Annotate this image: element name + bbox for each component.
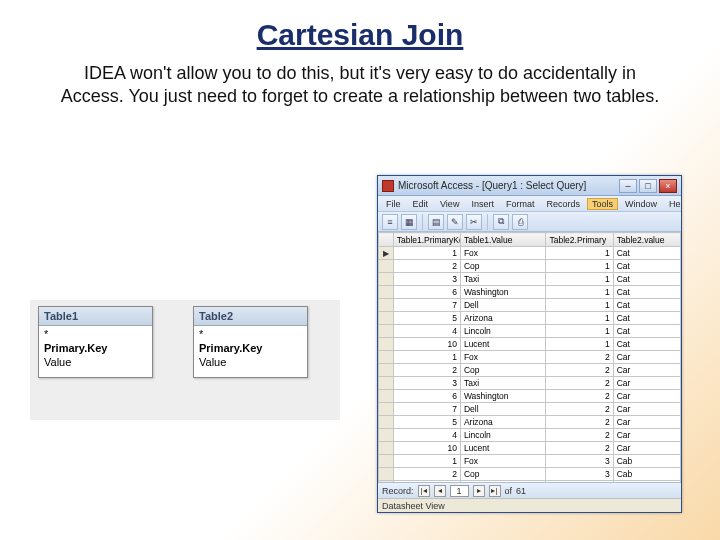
record-navigator[interactable]: Record: |◂ ◂ 1 ▸ ▸| of 61 (378, 482, 681, 498)
toolbar-button[interactable]: ✂ (466, 214, 482, 230)
cell[interactable]: 5 (393, 312, 460, 325)
cell[interactable]: Cat (613, 338, 680, 351)
table-field[interactable]: * (44, 328, 147, 342)
cell[interactable]: Car (613, 377, 680, 390)
cell[interactable]: 2 (546, 442, 613, 455)
table-row[interactable]: 2Cop2Car (379, 364, 681, 377)
row-selector[interactable] (379, 338, 394, 351)
toolbar-button[interactable]: ✎ (447, 214, 463, 230)
table-box[interactable]: Table2*Primary.KeyValue (193, 306, 308, 378)
cell[interactable]: 2 (546, 364, 613, 377)
cell[interactable]: Lucent (460, 338, 546, 351)
toolbar-button[interactable]: ≡ (382, 214, 398, 230)
row-selector[interactable] (379, 299, 394, 312)
row-selector[interactable] (379, 442, 394, 455)
row-selector[interactable] (379, 286, 394, 299)
row-selector[interactable] (379, 455, 394, 468)
cell[interactable]: 10 (393, 442, 460, 455)
menu-bar[interactable]: FileEditViewInsertFormatRecordsToolsWind… (378, 196, 681, 212)
table-field[interactable]: Value (44, 356, 147, 370)
cell[interactable]: Arizona (460, 416, 546, 429)
cell[interactable]: Car (613, 364, 680, 377)
cell[interactable]: Dell (460, 403, 546, 416)
menu-item[interactable]: Help (664, 198, 682, 210)
cell[interactable]: 1 (393, 455, 460, 468)
cell[interactable]: Cop (460, 468, 546, 481)
cell[interactable]: 4 (393, 429, 460, 442)
toolbar[interactable]: ≡▦▤✎✂⧉⎙ (378, 212, 681, 232)
table-row[interactable]: 2Cop3Cab (379, 468, 681, 481)
table-row[interactable]: 3Taxi1Cat (379, 273, 681, 286)
table-row[interactable]: 1Fox2Car (379, 351, 681, 364)
table-row[interactable]: 3Taxi3Cab (379, 481, 681, 483)
cell[interactable]: Cat (613, 273, 680, 286)
cell[interactable]: 3 (546, 455, 613, 468)
cell[interactable]: 2 (393, 260, 460, 273)
column-header[interactable]: Table2.Primary (546, 233, 613, 247)
cell[interactable]: 10 (393, 338, 460, 351)
row-selector[interactable] (379, 273, 394, 286)
cell[interactable]: Cab (613, 468, 680, 481)
row-selector[interactable]: ▶ (379, 247, 394, 260)
nav-last-icon[interactable]: ▸| (489, 485, 501, 497)
cell[interactable]: 2 (546, 351, 613, 364)
cell[interactable]: Taxi (460, 377, 546, 390)
menu-item-highlighted[interactable]: Tools (587, 198, 618, 210)
cell[interactable]: 6 (393, 286, 460, 299)
cell[interactable]: 1 (546, 338, 613, 351)
datasheet-area[interactable]: Table1.PrimaryKeyTable1.ValueTable2.Prim… (378, 232, 681, 482)
table-box[interactable]: Table1*Primary.KeyValue (38, 306, 153, 378)
table-row[interactable]: 7Dell1Cat (379, 299, 681, 312)
cell[interactable]: 1 (546, 312, 613, 325)
cell[interactable]: Car (613, 429, 680, 442)
cell[interactable]: Fox (460, 351, 546, 364)
row-selector[interactable] (379, 325, 394, 338)
cell[interactable]: 3 (546, 468, 613, 481)
cell[interactable]: 7 (393, 403, 460, 416)
table-row[interactable]: 2Cop1Cat (379, 260, 681, 273)
table-row[interactable]: 7Dell2Car (379, 403, 681, 416)
cell[interactable]: Washington (460, 390, 546, 403)
nav-first-icon[interactable]: |◂ (418, 485, 430, 497)
menu-item[interactable]: Insert (466, 198, 499, 210)
menu-item[interactable]: Edit (408, 198, 434, 210)
table-row[interactable]: 5Arizona1Cat (379, 312, 681, 325)
cell[interactable]: Arizona (460, 312, 546, 325)
toolbar-button[interactable]: ⎙ (512, 214, 528, 230)
table-field[interactable]: Primary.Key (44, 342, 147, 356)
table-row[interactable]: 10Lucent1Cat (379, 338, 681, 351)
cell[interactable]: Cat (613, 260, 680, 273)
menu-item[interactable]: View (435, 198, 464, 210)
minimize-button[interactable]: – (619, 179, 637, 193)
cell[interactable]: Washington (460, 286, 546, 299)
maximize-button[interactable]: □ (639, 179, 657, 193)
cell[interactable]: Car (613, 442, 680, 455)
table-row[interactable]: 6Washington1Cat (379, 286, 681, 299)
row-selector[interactable] (379, 312, 394, 325)
table-row[interactable]: 10Lucent2Car (379, 442, 681, 455)
column-header[interactable]: Table1.PrimaryKey (393, 233, 460, 247)
cell[interactable]: 3 (393, 377, 460, 390)
table-row[interactable]: ▶1Fox1Cat (379, 247, 681, 260)
column-header[interactable]: Table1.Value (460, 233, 546, 247)
cell[interactable]: Cab (613, 481, 680, 483)
cell[interactable]: Taxi (460, 481, 546, 483)
row-selector[interactable] (379, 377, 394, 390)
row-selector[interactable] (379, 481, 394, 483)
cell[interactable]: Cat (613, 247, 680, 260)
table-row[interactable]: 4Lincoln1Cat (379, 325, 681, 338)
toolbar-button[interactable]: ⧉ (493, 214, 509, 230)
row-selector[interactable] (379, 351, 394, 364)
cell[interactable]: Car (613, 403, 680, 416)
toolbar-button[interactable]: ▤ (428, 214, 444, 230)
cell[interactable]: Lincoln (460, 325, 546, 338)
cell[interactable]: 3 (393, 273, 460, 286)
table-row[interactable]: 6Washington2Car (379, 390, 681, 403)
table-field[interactable]: Primary.Key (199, 342, 302, 356)
cell[interactable]: Cat (613, 325, 680, 338)
toolbar-button[interactable]: ▦ (401, 214, 417, 230)
menu-item[interactable]: Format (501, 198, 540, 210)
row-selector[interactable] (379, 403, 394, 416)
cell[interactable]: 1 (546, 247, 613, 260)
cell[interactable]: Lincoln (460, 429, 546, 442)
